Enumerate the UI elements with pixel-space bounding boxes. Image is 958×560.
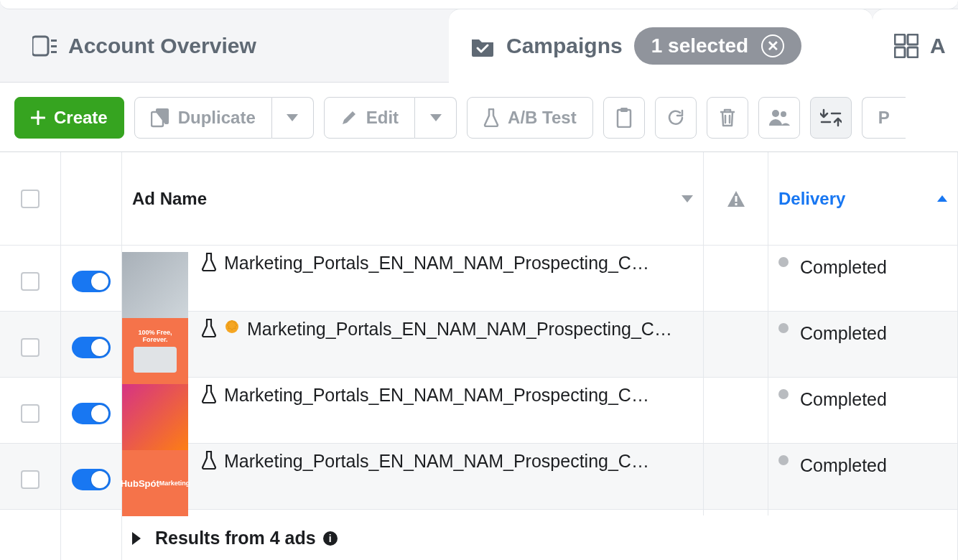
edit-button-label: Edit [366,108,399,128]
edit-button-group: Edit [324,97,457,139]
header-warning[interactable] [704,152,768,245]
ad-thumbnail [122,384,188,450]
row-adname-cell[interactable]: Marketing_Portals_EN_NAM_NAM_Prospecting… [122,246,704,317]
duplicate-button-group: Duplicate [134,97,314,139]
refresh-icon [666,108,685,127]
svg-rect-13 [735,196,737,202]
ad-name-text: Marketing_Portals_EN_NAM_NAM_Prospecting… [247,319,678,340]
table-row: Marketing_Portals_EN_NAM_NAM_Prospecting… [0,246,958,312]
row-checkbox-cell [0,444,61,515]
header-delivery-label: Delivery [778,189,845,209]
ad-name-text: Marketing_Portals_EN_NAM_NAM_Prospecting… [224,385,655,406]
header-adname[interactable]: Ad Name [122,152,704,245]
row-checkbox[interactable] [21,338,39,357]
preview-button[interactable]: P [862,97,906,139]
table-row: Marketing_Portals_EN_NAM_NAM_Prospecting… [0,378,958,444]
svg-point-11 [772,110,779,117]
duplicate-button-label: Duplicate [178,108,256,128]
edit-dropdown[interactable] [415,97,457,139]
row-checkbox[interactable] [21,470,39,489]
svg-rect-4 [895,34,905,45]
refresh-button[interactable] [655,97,697,139]
row-toggle-cell [61,444,122,515]
delete-button[interactable] [707,97,748,139]
svg-rect-9 [618,110,631,127]
tab-adsets-label: A [930,34,946,58]
ads-table: Ad Name Delivery Marketing_Portals_EN_NA… [0,151,958,560]
folder-check-icon [470,35,495,57]
row-adname-cell[interactable]: 100% Free, Forever.Marketing_Portals_EN_… [122,312,704,383]
flask-icon [483,108,499,127]
row-toggle[interactable] [72,271,111,292]
results-summary[interactable]: Results from 4 ads i [122,510,958,560]
abtest-button-label: A/B Test [508,108,577,128]
chevron-down-icon [287,114,298,121]
svg-rect-3 [51,51,57,53]
table-footer-row: Results from 4 ads i [0,510,958,560]
row-toggle[interactable] [72,337,111,358]
close-icon[interactable]: ✕ [761,34,784,57]
svg-rect-14 [735,203,737,205]
flask-icon [201,319,224,340]
row-adname-cell[interactable]: HubSpótMarketingMarketing_Portals_EN_NAM… [122,444,704,515]
plus-icon [31,111,45,125]
chevron-up-icon [937,195,947,202]
status-dot-icon [778,257,789,267]
row-adname-cell[interactable]: Marketing_Portals_EN_NAM_NAM_Prospecting… [122,378,704,449]
header-checkbox-cell [0,152,61,245]
tab-account-overview-label: Account Overview [68,34,256,58]
row-toggle[interactable] [72,403,111,424]
table-row: 100% Free, Forever.Marketing_Portals_EN_… [0,312,958,378]
row-toggle-cell [61,246,122,317]
create-button-label: Create [54,108,108,128]
row-checkbox[interactable] [21,404,39,423]
tab-account-overview[interactable]: Account Overview [11,9,449,83]
flask-icon [201,385,224,406]
clipboard-button[interactable] [603,97,645,139]
status-dot-icon [778,389,789,399]
clipboard-icon [616,108,632,128]
table-row: HubSpótMarketingMarketing_Portals_EN_NAM… [0,444,958,510]
create-button[interactable]: Create [14,97,124,139]
row-delivery-cell: Completed [768,378,958,449]
duplicate-button[interactable]: Duplicate [134,97,272,139]
row-toggle-cell [61,378,122,449]
edit-button[interactable]: Edit [324,97,415,139]
ad-thumbnail [122,252,188,318]
row-toggle[interactable] [72,469,111,490]
overview-icon [32,35,57,57]
ad-thumbnail: HubSpótMarketing [122,450,188,516]
chevron-down-icon [430,114,442,121]
abtest-button[interactable]: A/B Test [467,97,593,139]
selected-count-label: 1 selected [651,34,748,57]
header-delivery[interactable]: Delivery [768,152,958,245]
info-icon[interactable]: i [323,531,338,546]
status-text: Completed [800,323,887,344]
selected-count-pill[interactable]: 1 selected ✕ [634,27,801,65]
tab-campaigns[interactable]: Campaigns 1 selected ✕ [449,9,873,83]
export-button[interactable] [810,97,852,139]
svg-rect-6 [895,47,905,57]
duplicate-dropdown[interactable] [272,97,314,139]
export-icon [820,108,842,127]
row-checkbox[interactable] [21,272,39,291]
chevron-down-icon [682,195,693,202]
top-tabs: Account Overview Campaigns 1 selected ✕ … [0,0,958,83]
ad-thumbnail: 100% Free, Forever. [122,318,188,384]
gold-badge-icon [224,319,247,337]
status-text: Completed [800,455,887,476]
warning-icon [726,190,746,208]
audience-button[interactable] [758,97,800,139]
chevron-right-icon [132,532,141,545]
row-delivery-cell: Completed [768,444,958,515]
tab-adsets[interactable]: A [873,9,958,83]
row-checkbox-cell [0,378,61,449]
ad-name-text: Marketing_Portals_EN_NAM_NAM_Prospecting… [224,451,655,472]
row-checkbox-cell [0,312,61,383]
svg-rect-1 [51,39,57,42]
svg-rect-2 [51,45,57,47]
svg-rect-0 [32,37,48,55]
select-all-checkbox[interactable] [21,190,39,208]
toolbar: Create Duplicate Edit A/B Test P [0,83,958,151]
row-delivery-cell: Completed [768,246,958,317]
